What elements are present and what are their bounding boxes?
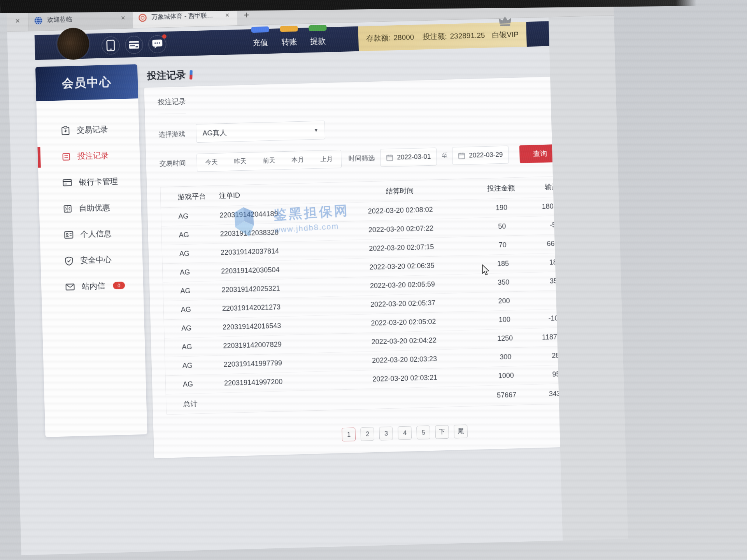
close-icon[interactable]: × (7, 10, 29, 32)
chevron-down-icon: ▼ (314, 128, 318, 133)
card-icon (63, 179, 72, 187)
cell-win-loss: 0 (541, 295, 580, 304)
globe-icon (34, 16, 43, 25)
cell-settle-time: 2022-03-20 02:05:59 (338, 279, 466, 291)
sidebar-item-label: 自助优惠 (79, 202, 110, 214)
pagination-button[interactable]: 5 (417, 425, 431, 439)
deposit-chip-icon (251, 26, 269, 32)
cell-amount: 1000 (469, 371, 543, 381)
cell-settle-time: 2022-03-20 02:05:02 (339, 317, 468, 328)
vip-level-label: 白银VIP (492, 30, 519, 39)
sidebar-item-bet-records[interactable]: 投注记录 (37, 142, 140, 170)
cell-settle-time: 2022-03-20 02:07:15 (337, 242, 466, 254)
cell-settle-time: 2022-03-20 02:07:22 (337, 224, 465, 235)
pagination: 1 2 3 4 5 下 尾 (225, 421, 584, 444)
cell-win-loss: -100 (542, 314, 581, 323)
cell-bet-id: 220319142030504 (221, 264, 338, 275)
mail-icon (65, 283, 75, 290)
shield-icon (65, 256, 74, 266)
time-preset-button[interactable]: 前天 (254, 152, 284, 170)
nav-transfer[interactable]: 转账 (281, 34, 297, 47)
sidebar-item-label: 交易记录 (77, 124, 108, 135)
cell-settle-time: 2022-03-20 02:03:21 (341, 373, 469, 384)
close-icon[interactable]: × (119, 13, 128, 23)
nav-withdraw-label: 提款 (310, 37, 326, 46)
calendar-icon (458, 152, 465, 159)
cell-settle-time: 2022-03-20 02:06:35 (338, 261, 466, 272)
cell-platform: AG (165, 342, 223, 352)
date-to-separator: 至 (441, 152, 448, 160)
cell-platform: AG (163, 286, 222, 296)
sidebar-item-messages[interactable]: 站内信 0 (41, 272, 144, 301)
pagination-button[interactable]: 下 (435, 425, 449, 439)
cell-amount: 185 (466, 259, 540, 269)
cell-platform: AG (164, 304, 223, 314)
cell-win-loss: 285 (542, 351, 582, 360)
sidebar-item-label: 投注记录 (77, 150, 109, 161)
time-preset-button[interactable]: 昨天 (226, 152, 255, 171)
cell-bet-id: 220319142044189 (219, 208, 336, 219)
game-select-label: 选择游戏 (158, 129, 196, 139)
title-marker-icon (189, 70, 193, 79)
browser-window: × 欢迎莅临 × 万象城体育 - 西甲联赛及意甲罗 × + (7, 0, 628, 555)
sidebar-item-label: 安全中心 (80, 254, 112, 266)
cell-amount: 50 (465, 221, 539, 231)
cell-platform: AG (163, 268, 221, 277)
game-select[interactable]: AG真人 ▼ (196, 121, 325, 143)
time-preset-button[interactable]: 今天 (197, 153, 226, 172)
cell-settle-time: 2022-03-20 02:04:22 (340, 335, 468, 347)
sidebar-item-security[interactable]: 安全中心 (40, 246, 143, 275)
main-panel: 投注记录 投注记录 选择游戏 AG真人 ▼ (144, 52, 598, 458)
pagination-button[interactable]: 尾 (454, 425, 468, 439)
page-viewport: 充值 转账 提款 存款额: 28000 投注额: (7, 16, 628, 555)
sports-site-icon (138, 13, 147, 22)
phone-icon (106, 40, 115, 52)
query-button[interactable]: 查询 (519, 144, 561, 163)
close-icon[interactable]: × (223, 10, 232, 21)
bet-total-label: 投注额: (423, 32, 447, 42)
messages-button[interactable] (148, 35, 167, 53)
sidebar-item-transactions[interactable]: 交易记录 (37, 116, 139, 144)
total-amount: 57667 (470, 390, 544, 400)
cell-platform: AG (162, 249, 221, 259)
card-tab-bet-records[interactable]: 投注记录 (158, 97, 186, 114)
cell-bet-id: 220319142037814 (221, 245, 337, 257)
pagination-button[interactable]: 3 (379, 427, 393, 441)
cell-platform: AG (166, 379, 224, 389)
nav-withdraw[interactable]: 提款 (310, 33, 326, 47)
time-preset-button[interactable]: 本月 (283, 151, 312, 169)
date-to-input[interactable]: 2022-03-29 (452, 145, 509, 165)
time-preset-button[interactable]: 上月 (312, 150, 341, 168)
cell-platform: AG (161, 230, 220, 240)
site-logo-icon[interactable] (57, 27, 89, 60)
cell-settle-time: 2022-03-20 02:03:23 (340, 354, 468, 366)
cell-bet-id: 220319142007829 (223, 339, 340, 350)
cell-amount: 350 (466, 277, 540, 287)
mobile-app-button[interactable] (102, 36, 120, 54)
date-range-label: 时间筛选 (348, 154, 375, 163)
cell-settle-time: 2022-03-20 02:05:37 (338, 298, 467, 310)
cell-win-loss: 950 (543, 369, 582, 379)
col-header-settle-time: 结算时间 (336, 185, 465, 198)
pagination-button[interactable]: 1 (342, 427, 356, 441)
sidebar-item-promotions[interactable]: 自助优惠 (39, 194, 142, 222)
total-win-loss: 3437 (544, 389, 583, 398)
bet-records-card: 投注记录 选择游戏 AG真人 ▼ 交易时间 (144, 76, 598, 458)
cell-bet-id: 220319141997799 (223, 357, 340, 369)
wallet-panel: 存款额: 28000 投注额: 232891.25 白银VIP (358, 22, 527, 51)
cell-bet-id: 220319141997200 (224, 376, 341, 387)
document-icon (62, 152, 71, 161)
nav-transfer-label: 转账 (281, 37, 297, 46)
sidebar-item-profile[interactable]: 个人信息 (40, 220, 142, 248)
sidebar-item-bank-cards[interactable]: 银行卡管理 (38, 168, 141, 196)
pagination-button[interactable]: 2 (361, 427, 375, 441)
cell-amount: 200 (467, 296, 541, 306)
withdraw-chip-icon (309, 24, 326, 31)
pagination-button[interactable]: 4 (398, 426, 412, 440)
date-from-input[interactable]: 2022-03-01 (380, 147, 437, 167)
bank-card-button[interactable] (125, 36, 143, 54)
nav-deposit[interactable]: 充值 (253, 35, 268, 48)
bank-card-icon (128, 40, 140, 49)
page-title: 投注记录 (147, 68, 186, 82)
cell-win-loss: 185 (540, 258, 580, 267)
